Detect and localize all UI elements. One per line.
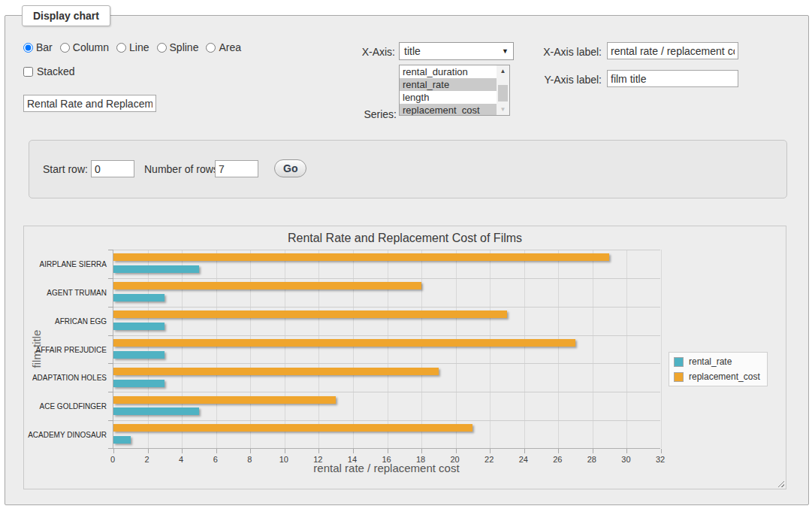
x-tick	[388, 449, 388, 453]
chart-type-area[interactable]: Area	[206, 41, 241, 53]
x-tick-label: 6	[213, 455, 218, 464]
scroll-down-icon[interactable]: ▼	[497, 104, 509, 115]
y-tick	[108, 278, 113, 279]
x-tick	[148, 449, 149, 453]
display-chart-fieldset: Display chart BarColumnLineSplineArea St…	[5, 15, 809, 505]
chart-type-label: Bar	[36, 41, 53, 53]
x-tick-label: 22	[484, 455, 494, 464]
rows-panel: Start row: Number of rows: Go	[29, 140, 787, 198]
resize-handle-icon[interactable]	[776, 479, 784, 487]
yaxis-label-input[interactable]	[607, 70, 738, 87]
y-category-label: ACADEMY DINOSAUR	[24, 431, 107, 439]
gridline	[490, 250, 491, 448]
gridline	[661, 250, 662, 448]
xaxis-field-label: X-Axis label:	[512, 46, 602, 58]
fieldset-legend: Display chart	[22, 5, 110, 26]
y-category-label: AIRPLANE SIERRA	[24, 260, 107, 268]
bar-replacement_cost	[113, 311, 507, 318]
series-scrollbar[interactable]: ▲ ▼	[497, 65, 509, 115]
x-tick-label: 28	[587, 455, 596, 464]
chart-type-label: Line	[129, 41, 149, 53]
bar-rental_rate	[113, 436, 131, 444]
gridline	[182, 250, 183, 448]
x-tick-label: 32	[656, 455, 665, 464]
x-tick	[250, 449, 251, 453]
gridline	[216, 250, 217, 448]
yaxis-field-label: Y-Axis label:	[512, 74, 602, 86]
x-tick	[216, 449, 217, 453]
gridline	[113, 335, 660, 336]
scrollbar-thumb[interactable]	[498, 85, 508, 101]
series-option-length[interactable]: length	[400, 91, 497, 104]
legend-item-replacement_cost[interactable]: replacement_cost	[674, 371, 760, 382]
x-tick	[113, 449, 114, 453]
xaxis-select[interactable]: title ▼	[399, 42, 514, 60]
gridline	[113, 363, 660, 364]
chart-type-column[interactable]: Column	[60, 41, 109, 53]
chart-type-spline[interactable]: Spline	[157, 41, 199, 53]
chart-type-radio-line[interactable]	[116, 43, 126, 53]
chart-legend: rental_ratereplacement_cost	[669, 352, 768, 386]
bar-rental_rate	[113, 294, 165, 301]
xaxis-label-input[interactable]	[607, 42, 738, 59]
legend-label: replacement_cost	[689, 371, 760, 382]
chart-type-group: BarColumnLineSplineArea	[23, 41, 249, 53]
y-tick	[108, 250, 113, 250]
y-tick	[108, 363, 113, 364]
chart-type-radio-spline[interactable]	[157, 43, 167, 53]
bar-replacement_cost	[113, 339, 575, 347]
gridline	[285, 250, 285, 448]
stacked-label: Stacked	[37, 65, 75, 77]
legend-item-rental_rate[interactable]: rental_rate	[674, 356, 760, 367]
dropdown-arrow-icon: ▼	[502, 47, 509, 55]
bar-rental_rate	[113, 407, 199, 415]
chart-type-radio-column[interactable]	[60, 43, 70, 53]
gridline	[113, 392, 660, 392]
x-tick	[626, 449, 627, 453]
chart-type-label: Area	[219, 41, 241, 53]
scroll-up-icon[interactable]: ▲	[497, 65, 509, 77]
y-tick	[108, 335, 113, 336]
gridline	[593, 250, 593, 448]
x-tick-label: 4	[179, 455, 183, 464]
chart-type-line[interactable]: Line	[116, 41, 149, 53]
stacked-checkbox[interactable]	[23, 67, 33, 77]
series-listbox[interactable]: rental_durationrental_ratelengthreplacem…	[399, 65, 510, 116]
start-row-input[interactable]	[91, 160, 134, 177]
y-category-label: AFRICAN EGG	[24, 317, 107, 326]
x-tick-label: 24	[519, 455, 528, 464]
y-tick	[108, 307, 113, 308]
bar-rental_rate	[113, 323, 165, 330]
bar-replacement_cost	[113, 282, 421, 289]
go-button[interactable]: Go	[274, 159, 306, 177]
gridline	[626, 250, 627, 448]
bar-replacement_cost	[113, 368, 439, 375]
chart-type-radio-area[interactable]	[206, 43, 216, 53]
num-rows-input[interactable]	[215, 160, 258, 177]
y-tick	[108, 392, 113, 392]
gridline	[113, 307, 660, 308]
gridline	[388, 250, 388, 448]
y-tick	[108, 420, 113, 421]
x-tick-label: 12	[313, 455, 322, 464]
bar-replacement_cost	[113, 396, 336, 404]
gridline	[456, 250, 457, 448]
series-option-rental_duration[interactable]: rental_duration	[400, 65, 497, 78]
x-tick	[558, 449, 559, 453]
y-category-label: ACE GOLDFINGER	[24, 402, 107, 411]
gridline	[113, 250, 660, 250]
chart-title-input[interactable]	[23, 95, 156, 112]
x-tick-label: 10	[279, 455, 288, 464]
start-row-label: Start row:	[43, 163, 88, 175]
x-tick-label: 20	[451, 455, 460, 464]
gridline	[524, 250, 525, 448]
x-tick-label: 8	[247, 455, 252, 464]
series-option-replacement_cost[interactable]: replacement_cost	[400, 104, 497, 115]
bar-rental_rate	[113, 380, 165, 387]
gridline	[421, 250, 422, 448]
stacked-option[interactable]: Stacked	[23, 65, 75, 77]
chart-type-radio-bar[interactable]	[23, 43, 33, 53]
chart-type-bar[interactable]: Bar	[23, 41, 53, 53]
series-option-rental_rate[interactable]: rental_rate	[400, 78, 497, 91]
legend-swatch-icon	[674, 357, 684, 367]
